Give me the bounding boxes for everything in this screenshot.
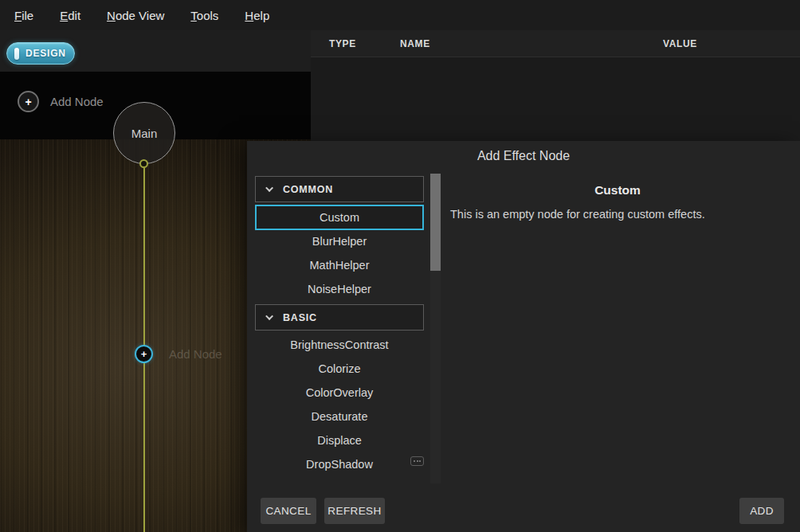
effect-item-dropshadow[interactable]: DropShadow — [255, 452, 424, 476]
add-node-label: Add Node — [169, 347, 222, 361]
add-effect-node-dialog: Add Effect Node COMMON Custom BlurHelper… — [247, 141, 800, 532]
design-mode-toggle[interactable]: DESIGN — [6, 42, 75, 65]
add-node-button-inline[interactable]: + Add Node — [135, 345, 222, 363]
add-node-label: Add Node — [50, 95, 104, 108]
list-scrollbar-thumb[interactable] — [430, 174, 441, 271]
node-output-port[interactable] — [139, 159, 148, 168]
dot — [414, 460, 415, 462]
column-header-name: NAME — [400, 38, 430, 49]
list-scrollbar-track[interactable] — [430, 174, 441, 483]
effect-item-desaturate[interactable]: Desaturate — [255, 405, 424, 428]
section-header-common[interactable]: COMMON — [255, 176, 424, 202]
menu-edit[interactable]: Edit — [60, 9, 80, 22]
toggle-indicator-icon — [14, 48, 19, 60]
menu-bar: File Edit Node View Tools Help — [0, 0, 800, 30]
cancel-button[interactable]: CANCEL — [261, 498, 316, 524]
effect-item-brightnesscontrast[interactable]: BrightnessContrast — [255, 333, 424, 357]
effect-detail-description: This is an empty node for creating custo… — [450, 208, 793, 221]
effect-item-custom[interactable]: Custom — [255, 205, 424, 230]
column-header-value: VALUE — [663, 38, 697, 49]
effect-item-noisehelper[interactable]: NoiseHelper — [255, 277, 424, 301]
effect-detail-title: Custom — [442, 183, 793, 198]
app-window: File Edit Node View Tools Help DESIGN →|… — [0, 0, 800, 532]
column-header-type: TYPE — [329, 38, 356, 49]
effect-item-displace[interactable]: Displace — [255, 428, 424, 452]
dot — [417, 460, 418, 462]
plus-icon[interactable]: + — [135, 345, 153, 363]
refresh-button[interactable]: REFRESH — [324, 498, 385, 524]
section-label: COMMON — [283, 184, 333, 195]
effect-item-colorize[interactable]: Colorize — [255, 357, 424, 381]
design-toggle-label: DESIGN — [25, 48, 66, 59]
toolbar: DESIGN →|← — [0, 30, 311, 72]
add-button[interactable]: ADD — [739, 498, 784, 524]
menu-node-view[interactable]: Node View — [107, 9, 164, 22]
menu-tools[interactable]: Tools — [190, 9, 218, 22]
section-label: BASIC — [283, 312, 317, 323]
effect-item-mathhelper[interactable]: MathHelper — [255, 253, 424, 277]
menu-file[interactable]: File — [14, 9, 33, 22]
menu-help[interactable]: Help — [245, 9, 269, 22]
plus-icon[interactable]: + — [18, 91, 39, 112]
add-node-button-top[interactable]: + Add Node — [18, 91, 104, 112]
main-node-label: Main — [131, 127, 158, 140]
effect-item-blurhelper[interactable]: BlurHelper — [255, 229, 424, 253]
dialog-title: Add Effect Node — [247, 149, 800, 163]
chevron-down-icon — [265, 312, 273, 320]
main-node[interactable]: Main — [113, 102, 175, 164]
more-options-icon[interactable] — [410, 456, 424, 466]
dot — [419, 460, 421, 462]
chevron-down-icon — [265, 184, 273, 192]
properties-header-row: TYPE NAME VALUE — [311, 30, 800, 57]
section-header-basic[interactable]: BASIC — [255, 304, 424, 331]
effect-item-coloroverlay[interactable]: ColorOverlay — [255, 381, 424, 405]
